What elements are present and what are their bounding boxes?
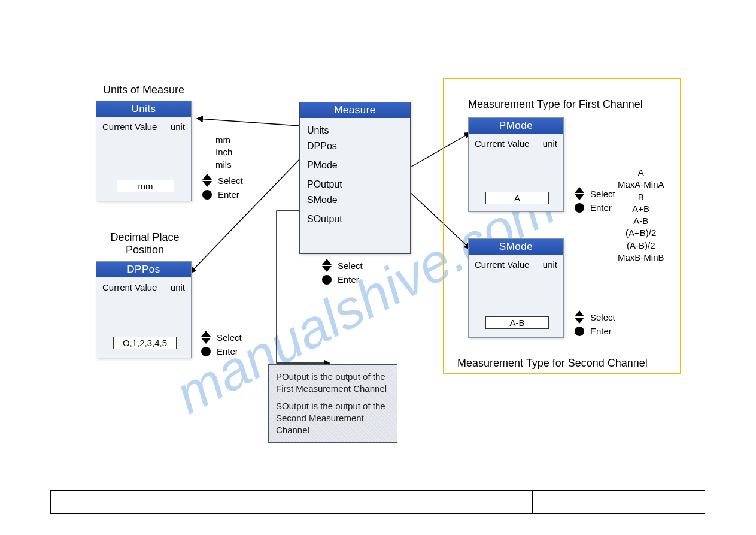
enter-label: Enter [590,326,612,336]
menu-item-units[interactable]: Units [300,123,410,138]
mode-option-4: A-B [618,215,664,227]
pmode-cv-label: Current Value [475,138,529,149]
mode-option-6: (A-B)/2 [618,240,664,252]
measure-menu-header: Measure [300,102,410,118]
units-of-measure-label: Units of Measure [103,84,184,96]
select-label: Select [217,333,242,343]
units-options-list: mm Inch mils [215,134,232,171]
smode-cv-label: Current Value [475,259,529,270]
svg-line-0 [198,119,299,126]
enter-label: Enter [217,346,238,356]
enter-icon[interactable] [572,203,587,213]
menu-item-dppos[interactable]: DPPos [300,138,410,154]
mode-option-7: MaxB-MinB [618,252,664,264]
select-label: Select [590,312,615,322]
units-cv-unit: unit [171,122,185,132]
enter-icon[interactable] [320,275,334,285]
smode-value-box[interactable]: A-B [485,316,549,329]
units-option-mm: mm [215,134,232,146]
select-label: Select [338,261,363,271]
footer-cell-2 [269,491,533,513]
dppos-controls: Select Enter [199,331,242,359]
output-note-box: POutput is the output of the First Measu… [268,364,397,443]
units-value-box[interactable]: mm [117,180,174,192]
smode-cv-unit: unit [543,259,557,270]
enter-icon[interactable] [200,190,214,200]
measure-menu: Measure Units DPPos PMode POutput SMode … [299,102,411,254]
dppos-cv-label: Current Value [102,282,157,292]
smode-controls: Select Enter [572,310,615,338]
menu-item-pmode[interactable]: PMode [300,158,410,173]
smode-panel: SMode Current Value unit A-B [468,238,564,338]
footer-cell-3 [533,491,705,513]
mode-option-1: MaxA-MinA [618,179,664,191]
pmode-panel: PMode Current Value unit A [468,117,564,212]
dppos-panel: DPPos Current Value unit O,1,2,3,4,5 [96,261,192,358]
measure-controls: Select Enter [320,259,363,287]
menu-item-soutput[interactable]: SOutput [300,211,410,227]
footer-cell-1 [51,491,269,513]
enter-label: Enter [590,202,612,213]
dppos-current-value-row: Current Value unit [96,277,191,292]
select-label: Select [590,189,615,199]
menu-item-smode[interactable]: SMode [300,192,410,208]
menu-item-poutput[interactable]: POutput [300,177,410,192]
dppos-value-box[interactable]: O,1,2,3,4,5 [113,337,177,349]
units-current-value-row: Current Value unit [96,117,191,132]
dppos-label: Decimal Place Position [97,231,193,256]
updown-icon[interactable] [199,331,213,344]
mode-option-2: B [618,191,664,203]
smode-current-value-row: Current Value unit [469,255,563,270]
enter-label: Enter [218,189,239,200]
updown-icon[interactable] [572,310,587,324]
footer-table [50,490,705,514]
pmode-cv-unit: unit [543,138,557,149]
note-line-1: POutput is the output of the First Measu… [276,371,390,395]
enter-label: Enter [338,274,359,285]
mode-options-list: A MaxA-MinA B A+B A-B (A+B)/2 (A-B)/2 Ma… [618,167,664,264]
updown-icon[interactable] [200,174,214,187]
pmode-current-value-row: Current Value unit [469,134,563,149]
units-panel-header: Units [96,101,191,117]
pmode-value-box[interactable]: A [485,192,549,204]
enter-icon[interactable] [572,327,587,336]
enter-icon[interactable] [199,347,213,356]
mode-option-5: (A+B)/2 [618,227,664,239]
units-cv-label: Current Value [102,122,157,132]
second-channel-label: Measurement Type for Second Channel [457,357,648,370]
units-controls: Select Enter [200,174,243,202]
mode-option-0: A [618,167,664,179]
dppos-cv-unit: unit [171,282,185,292]
updown-icon[interactable] [572,187,587,200]
smode-panel-header: SMode [469,239,563,255]
note-line-2: SOutput is the output of the Second Meas… [276,400,390,437]
updown-icon[interactable] [320,259,334,272]
select-label: Select [218,176,243,186]
dppos-panel-header: DPPos [96,262,191,277]
units-option-mils: mils [215,159,232,171]
units-option-inch: Inch [215,146,232,158]
mode-option-3: A+B [618,203,664,215]
pmode-controls: Select Enter [572,187,615,215]
units-panel: Units Current Value unit mm [96,101,192,201]
first-channel-label: Measurement Type for First Channel [468,98,643,111]
pmode-panel-header: PMode [469,118,563,134]
diagram-canvas: manualshive.com Units of Measure Units C… [0,0,756,535]
